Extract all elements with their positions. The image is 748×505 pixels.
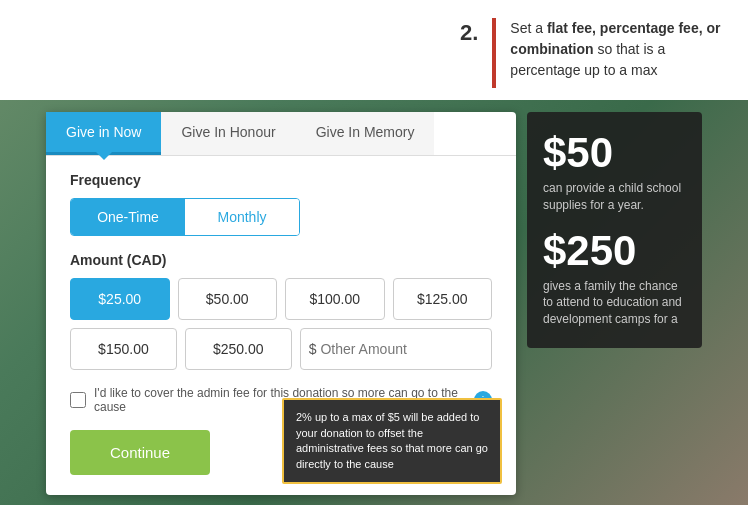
other-amount-wrapper: $ <box>300 328 492 370</box>
amount-150[interactable]: $150.00 <box>70 328 177 370</box>
step-instruction: Set a flat fee, percentage fee, or combi… <box>510 18 728 81</box>
tab-give-in-honour[interactable]: Give In Honour <box>161 112 295 155</box>
frequency-label: Frequency <box>70 172 492 188</box>
freq-monthly[interactable]: Monthly <box>185 199 299 235</box>
tab-give-in-memory[interactable]: Give In Memory <box>296 112 435 155</box>
panel-desc-1: can provide a child school supplies for … <box>543 180 686 214</box>
other-amount-input[interactable] <box>320 330 483 368</box>
panel-amount-1: $50 <box>543 132 686 174</box>
dollar-sign: $ <box>309 341 317 357</box>
amount-250[interactable]: $250.00 <box>185 328 292 370</box>
tab-give-now[interactable]: Give in Now <box>46 112 161 155</box>
amount-125[interactable]: $125.00 <box>393 278 493 320</box>
amount-100[interactable]: $100.00 <box>285 278 385 320</box>
tooltip-box: 2% up to a max of $5 will be added to yo… <box>282 398 502 484</box>
right-panel: $50 can provide a child school supplies … <box>527 112 702 348</box>
amount-grid: $25.00 $50.00 $100.00 $125.00 <box>70 278 492 320</box>
amount-row2: $150.00 $250.00 $ <box>70 328 492 370</box>
freq-one-time[interactable]: One-Time <box>71 199 185 235</box>
tooltip-text: 2% up to a max of $5 will be added to yo… <box>296 411 488 469</box>
frequency-group: One-Time Monthly <box>70 198 300 236</box>
red-divider <box>492 18 496 88</box>
admin-fee-row: I'd like to cover the admin fee for this… <box>70 386 492 414</box>
step-number: 2. <box>460 20 478 46</box>
amount-label: Amount (CAD) <box>70 252 492 268</box>
tab-bar: Give in Now Give In Honour Give In Memor… <box>46 112 516 156</box>
continue-button[interactable]: Continue <box>70 430 210 475</box>
admin-fee-checkbox[interactable] <box>70 392 86 408</box>
donation-widget: Give in Now Give In Honour Give In Memor… <box>46 112 516 495</box>
amount-25[interactable]: $25.00 <box>70 278 170 320</box>
instruction-area: 2. Set a flat fee, percentage fee, or co… <box>0 0 748 100</box>
amount-50[interactable]: $50.00 <box>178 278 278 320</box>
panel-amount-2: $250 <box>543 230 686 272</box>
panel-desc-2: gives a family the chance to attend to e… <box>543 278 686 328</box>
